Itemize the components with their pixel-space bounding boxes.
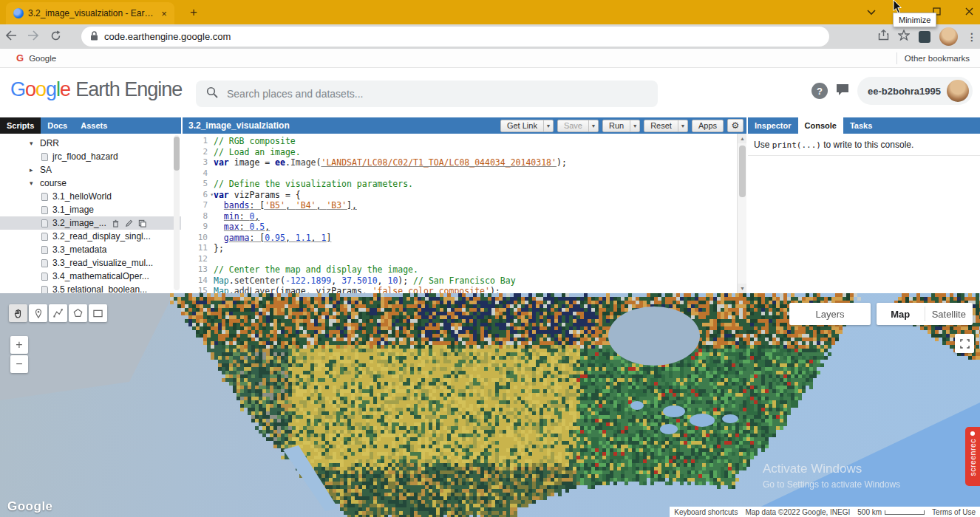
folder-arrow-icon[interactable]: ▸ [30,166,40,174]
code-line: 7 bands: ['B5', 'B4', 'B3'], [183,200,737,211]
scroll-up-icon[interactable]: ▲ [738,134,746,143]
help-icon[interactable]: ? [811,83,828,99]
google-maps-logo: Google [7,499,53,514]
file-icon [41,219,48,227]
screenrec-badge[interactable]: screenrec [965,427,980,486]
tree-folder-DRR[interactable]: ▾DRR [0,137,181,150]
mouse-cursor [893,0,903,14]
back-button[interactable] [0,30,22,43]
tab-assets[interactable]: Assets [74,117,114,134]
tab-close-icon[interactable]: × [158,8,170,19]
dropdown-arrow-icon[interactable]: ▼ [678,120,687,131]
code-line: 3var image = ee.Image('LANDSAT/LC08/C02/… [183,157,737,168]
layers-button[interactable]: Layers [789,303,871,325]
tab-search-chevron-icon[interactable] [865,7,878,18]
reset-button[interactable]: Reset▼ [644,120,688,132]
user-account-chip[interactable]: ee-b2bohra1995 [857,77,973,105]
get-link-button[interactable]: Get Link▼ [500,120,554,132]
dropdown-arrow-icon[interactable]: ▼ [588,120,598,131]
search-input[interactable] [227,88,647,100]
earth-engine-logo: GoogleEarth Engine [10,78,182,101]
rename-icon[interactable] [124,218,135,228]
terms-of-use-link[interactable]: Terms of Use [932,508,976,516]
zoom-in-button[interactable]: + [10,336,28,354]
console-panel: InspectorConsoleTasks Use print(...) to … [748,117,980,293]
dropdown-arrow-icon[interactable]: ▼ [543,120,553,131]
earth-engine-favicon-icon [13,8,24,18]
forward-button[interactable] [22,30,44,43]
browser-menu-kebab-icon[interactable]: ⋮ [967,31,977,43]
tree-file-3.1-helloWorld[interactable]: 3.1_helloWorld [0,190,181,203]
extension-icon[interactable] [919,31,930,43]
scroll-down-icon[interactable]: ▼ [738,284,746,293]
tree-file-3.2-image-...[interactable]: 3.2_image_... [0,216,181,230]
editor-header: 3.2_image_visualziation Get Link▼Save▼Ru… [183,117,746,134]
line-number: 3 [183,157,214,168]
browser-tab-bar: 3.2_image_visualziation - Earth E × + [0,0,980,24]
tab-scripts[interactable]: Scripts [0,117,41,134]
delete-icon[interactable] [111,218,121,228]
scripts-scrollbar[interactable] [174,135,180,290]
browser-profile-avatar[interactable] [939,27,958,46]
share-icon[interactable] [878,30,889,44]
point-marker-tool[interactable] [29,304,47,322]
other-bookmarks-button[interactable]: Other bookmarks [905,54,970,63]
polygon-tool[interactable] [69,304,87,322]
map-type-map[interactable]: Map [877,303,925,325]
zoom-out-button[interactable]: − [10,355,28,373]
tree-file-3.5-relational-boolean...[interactable]: 3.5 relational_boolean... [0,283,181,293]
tab-docs[interactable]: Docs [41,117,74,134]
reload-button[interactable] [44,30,67,44]
tree-file-3.3-metadata[interactable]: 3.3_metadata [0,243,181,256]
fullscreen-button[interactable] [955,334,974,353]
copy-icon[interactable] [137,218,148,228]
save-button[interactable]: Save▼ [557,120,599,132]
tab-console[interactable]: Console [798,117,843,134]
browser-nav-bar: code.earthengine.google.com ⋮ [0,24,980,49]
lock-icon [90,30,98,44]
tab-inspector[interactable]: Inspector [748,117,798,134]
run-button[interactable]: Run▼ [602,120,640,132]
line-number: 14 [183,275,214,287]
google-wordmark: Google [10,78,70,100]
settings-gear-button[interactable]: ⚙ [727,119,743,132]
tree-file-3.3-read-visualize-mul...[interactable]: 3.3_read_visualize_mul... [0,256,181,270]
tree-file-3.2-read-display-singl...[interactable]: 3.2_read_display_singl... [0,230,181,243]
apps-button[interactable]: Apps [692,120,724,132]
feedback-icon[interactable] [835,83,850,99]
address-bar[interactable]: code.earthengine.google.com [81,27,829,47]
tab-tasks[interactable]: Tasks [843,117,879,134]
tree-file-3.4-mathematicalOper...[interactable]: 3.4_mathematicalOper... [0,270,181,283]
map-area[interactable]: + − Layers Map Satellite Google Keyboard… [0,293,980,517]
rectangle-tool[interactable] [89,304,107,322]
google-favicon-icon: G [16,52,24,64]
tree-folder-SA[interactable]: ▸SA [0,163,181,177]
bookmark-star-icon[interactable] [898,30,910,44]
line-number: 4 [183,168,214,179]
tree-file-jrc-flood-hazard[interactable]: jrc_flood_hazard [0,150,181,163]
map-attribution-bar: Keyboard shortcuts Map data ©2022 Google… [670,507,980,517]
keyboard-shortcuts-link[interactable]: Keyboard shortcuts [674,508,738,516]
code-editor-panel: 3.2_image_visualziation Get Link▼Save▼Ru… [183,117,746,293]
pan-hand-tool[interactable] [9,304,27,322]
search-bar[interactable] [196,81,658,107]
browser-tab[interactable]: 3.2_image_visualziation - Earth E × [6,2,174,24]
folder-arrow-icon[interactable]: ▾ [30,140,40,147]
scripts-tree: ▾DRRjrc_flood_hazard▸SA▾course3.1_helloW… [0,134,181,293]
dropdown-arrow-icon[interactable]: ▼ [630,120,639,131]
line-number: 9 [183,222,214,233]
map-type-satellite[interactable]: Satellite [925,303,973,325]
user-avatar[interactable] [947,80,969,102]
tree-file-3.1-image[interactable]: 3.1_image [0,203,181,216]
code-fold-icon[interactable]: ▾ [210,190,214,201]
bookmark-google[interactable]: Google [29,54,56,63]
folder-arrow-icon[interactable]: ▾ [30,179,40,187]
console-panel-tabs: InspectorConsoleTasks [748,117,980,134]
new-tab-button[interactable]: + [186,5,201,20]
code-area[interactable]: 1// RGB composite2// Load an image.3var … [183,134,737,293]
window-close-button[interactable] [962,7,976,18]
polyline-tool[interactable] [49,304,67,322]
tree-folder-course[interactable]: ▾course [0,177,181,190]
earth-engine-header: GoogleEarth Engine ? ee-b2bohra1995 [0,68,980,117]
editor-scrollbar[interactable]: ▲ ▼ [737,134,746,293]
